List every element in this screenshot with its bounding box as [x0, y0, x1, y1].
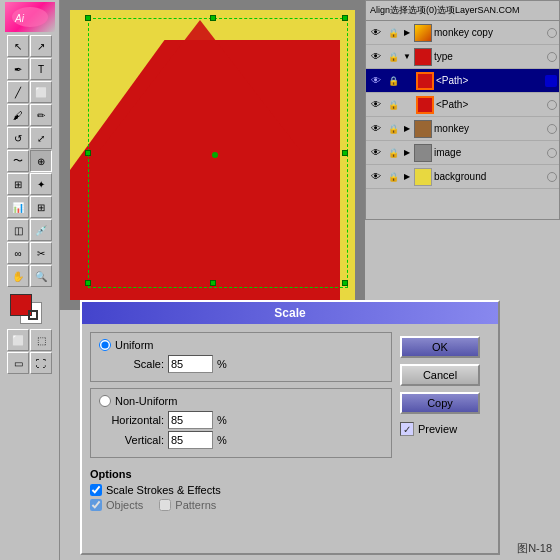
non-uniform-radio[interactable]	[99, 395, 111, 407]
eye-icon[interactable]: 👁	[368, 121, 384, 137]
layer-row[interactable]: 👁 🔒 ▶ image	[366, 141, 559, 165]
layer-indicator[interactable]	[547, 28, 557, 38]
layer-row[interactable]: 👁 🔒 ▼ type	[366, 45, 559, 69]
paintbrush-tool[interactable]: 🖌	[7, 104, 29, 126]
layer-indicator[interactable]	[547, 124, 557, 134]
select-tool[interactable]: ↖	[7, 35, 29, 57]
warp-tool[interactable]: 〜	[7, 150, 29, 172]
handle-ml[interactable]	[85, 150, 91, 156]
layer-indicator[interactable]	[547, 100, 557, 110]
behind-mode[interactable]: ⬚	[30, 329, 52, 351]
rect-tool[interactable]: ⬜	[30, 81, 52, 103]
active-indicator[interactable]	[545, 75, 557, 87]
rotate-tool[interactable]: ↺	[7, 127, 29, 149]
scale-input-row: Scale: %	[99, 355, 383, 373]
pencil-tool[interactable]: ✏	[30, 104, 52, 126]
eye-icon[interactable]: 👁	[368, 169, 384, 185]
free-transform-tool[interactable]: ⊕	[30, 150, 52, 172]
gradient-tool[interactable]: ◫	[7, 219, 29, 241]
cancel-button[interactable]: Cancel	[400, 364, 480, 386]
uniform-radio[interactable]	[99, 339, 111, 351]
preview-row: ✓ Preview	[400, 422, 490, 436]
scissors-tool[interactable]: ✂	[30, 242, 52, 264]
layer-indicator[interactable]	[547, 172, 557, 182]
line-tool[interactable]: ╱	[7, 81, 29, 103]
dialog-left-panel: Uniform Scale: % Non-Uniform Horizontal:	[90, 332, 392, 545]
tool-row-6: 〜 ⊕	[7, 150, 52, 172]
hand-tool[interactable]: ✋	[7, 265, 29, 287]
layer-row[interactable]: 👁 🔒 <Path>	[366, 93, 559, 117]
expand-icon[interactable]: ▶	[402, 145, 412, 161]
dialog-body: Uniform Scale: % Non-Uniform Horizontal:	[82, 324, 498, 553]
graph-tool[interactable]: 📊	[7, 196, 29, 218]
normal-mode[interactable]: ⬜	[7, 329, 29, 351]
layers-panel-title: Align选择选项(0)选项LayerSAN.COM	[366, 1, 559, 21]
expand-icon[interactable]: ▶	[402, 121, 412, 137]
mesh-tool[interactable]: ⊞	[30, 196, 52, 218]
blend-tool[interactable]: ∞	[7, 242, 29, 264]
tool-row-7: ⊞ ✦	[7, 173, 52, 195]
lock-icon[interactable]: 🔒	[386, 122, 400, 136]
lock-icon[interactable]: 🔒	[386, 26, 400, 40]
expand-icon[interactable]: ▶	[402, 25, 412, 41]
eyedropper-tool[interactable]: 💉	[30, 219, 52, 241]
uniform-group: Uniform Scale: %	[90, 332, 392, 382]
tool-row-2: ✒ T	[7, 58, 52, 80]
options-section: Options Scale Strokes & Effects Objects …	[90, 464, 392, 518]
layer-row[interactable]: 👁 🔒 ▶ monkey copy	[366, 21, 559, 45]
layer-row[interactable]: 👁 🔒 ▶ background	[366, 165, 559, 189]
lock-icon[interactable]: 🔒	[386, 146, 400, 160]
lock-icon[interactable]: 🔒	[386, 98, 400, 112]
lock-icon[interactable]: 🔒	[386, 50, 400, 64]
handle-br[interactable]	[342, 280, 348, 286]
direct-select-tool[interactable]: ↗	[30, 35, 52, 57]
eye-icon[interactable]: 👁	[368, 73, 384, 89]
handle-tm[interactable]	[210, 15, 216, 21]
layer-thumbnail	[414, 144, 432, 162]
layer-thumbnail	[414, 48, 432, 66]
layer-row[interactable]: 👁 🔒 ▶ monkey	[366, 117, 559, 141]
lock-icon[interactable]: 🔒	[386, 74, 400, 88]
handle-bl[interactable]	[85, 280, 91, 286]
handle-mr[interactable]	[342, 150, 348, 156]
scale-strokes-checkbox[interactable]	[90, 484, 102, 496]
non-uniform-radio-row: Non-Uniform	[99, 395, 383, 407]
artboard-mode[interactable]: ▭	[7, 352, 29, 374]
type-tool[interactable]: T	[30, 58, 52, 80]
preview-checkbox[interactable]: ✓	[400, 422, 414, 436]
full-screen-mode[interactable]: ⛶	[30, 352, 52, 374]
eye-icon[interactable]: 👁	[368, 49, 384, 65]
lock-icon[interactable]: 🔒	[386, 170, 400, 184]
horizontal-input-row: Horizontal: %	[99, 411, 383, 429]
copy-button[interactable]: Copy	[400, 392, 480, 414]
eye-icon[interactable]: 👁	[368, 97, 384, 113]
eye-icon[interactable]: 👁	[368, 25, 384, 41]
shape-builder-tool[interactable]: ⊞	[7, 173, 29, 195]
dialog-titlebar: Scale	[82, 302, 498, 324]
layer-row-selected[interactable]: 👁 🔒 <Path>	[366, 69, 559, 93]
objects-row: Objects	[90, 499, 143, 511]
objects-checkbox[interactable]	[90, 499, 102, 511]
handle-tr[interactable]	[342, 15, 348, 21]
scale-tool[interactable]: ⤢	[30, 127, 52, 149]
patterns-checkbox[interactable]	[159, 499, 171, 511]
ok-button[interactable]: OK	[400, 336, 480, 358]
horizontal-input[interactable]	[168, 411, 213, 429]
handle-tl[interactable]	[85, 15, 91, 21]
pen-tool[interactable]: ✒	[7, 58, 29, 80]
svg-text:Ai: Ai	[14, 13, 25, 24]
eye-icon[interactable]: 👁	[368, 145, 384, 161]
canvas-background	[70, 10, 355, 300]
symbol-tool[interactable]: ✦	[30, 173, 52, 195]
layer-thumbnail	[416, 72, 434, 90]
handle-bm[interactable]	[210, 280, 216, 286]
layer-indicator[interactable]	[547, 148, 557, 158]
zoom-tool[interactable]: 🔍	[30, 265, 52, 287]
layer-indicator[interactable]	[547, 52, 557, 62]
stroke-color[interactable]	[28, 310, 38, 320]
expand-icon[interactable]: ▼	[402, 49, 412, 65]
vertical-input[interactable]	[168, 431, 213, 449]
scale-input[interactable]	[168, 355, 213, 373]
expand-icon[interactable]: ▶	[402, 169, 412, 185]
tool-row-11: ✋ 🔍	[7, 265, 52, 287]
